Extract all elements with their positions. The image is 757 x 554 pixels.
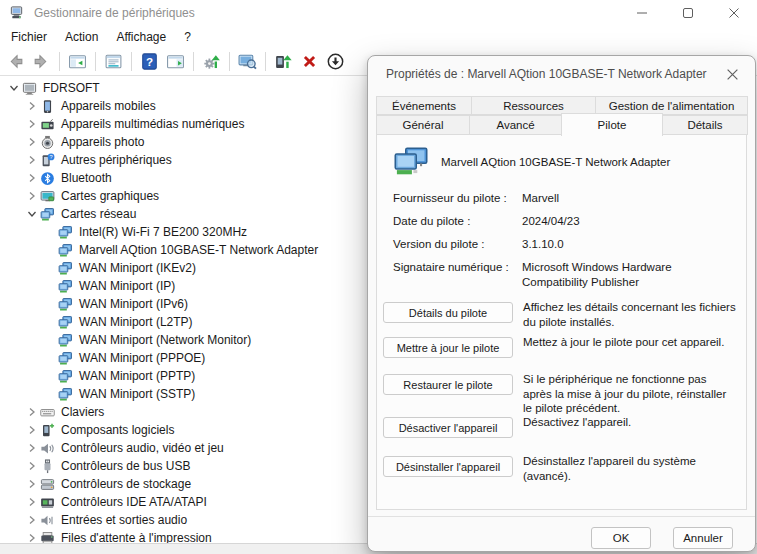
chevron-down-icon[interactable] — [5, 83, 22, 93]
tab-row-front: GénéralAvancéPiloteDétails — [376, 115, 747, 135]
action-row: Mettre à jour le piloteMettez à jour le … — [383, 335, 737, 350]
info-row: Signataire numérique :Microsoft Windows … — [393, 260, 736, 290]
tree-item-label: Bluetooth — [61, 171, 116, 185]
ide-controller-icon — [40, 495, 55, 510]
ok-button[interactable]: OK — [591, 527, 651, 549]
action-description: Mettez à jour le pilote pour cet apparei… — [523, 335, 737, 350]
menu-action[interactable]: Action — [56, 27, 107, 47]
maximize-button[interactable] — [665, 0, 711, 26]
dialog-close-icon[interactable] — [717, 60, 747, 88]
properties-icon[interactable] — [103, 51, 124, 72]
chevron-right-icon[interactable] — [23, 101, 40, 111]
show-console-tree-icon[interactable] — [67, 51, 88, 72]
menu-affichage[interactable]: Affichage — [107, 27, 175, 47]
network-adapter-icon — [58, 243, 73, 258]
network-adapter-icon — [58, 315, 73, 330]
network-adapter-icon — [58, 351, 73, 366]
tree-item-label: WAN Miniport (PPTP) — [79, 369, 199, 383]
driver-info: Fournisseur du pilote :MarvellDate du pi… — [393, 191, 736, 298]
display-adapter-icon — [40, 189, 55, 204]
tab-avance[interactable]: Avancé — [469, 115, 562, 135]
chevron-right-icon[interactable] — [23, 191, 40, 201]
chevron-right-icon[interactable] — [23, 479, 40, 489]
chevron-right-icon[interactable] — [23, 443, 40, 453]
action-row: Désactiver l'appareilDésactivez l'appare… — [383, 415, 737, 430]
tree-item-label: Appareils multimédias numériques — [61, 117, 248, 131]
disable-device-icon[interactable] — [325, 51, 346, 72]
menu-aide[interactable]: ? — [175, 27, 200, 47]
window-controls — [619, 0, 757, 26]
properties-dialog: Propriétés de : Marvell AQtion 10GBASE-T… — [367, 55, 756, 552]
cancel-button[interactable]: Annuler — [673, 527, 733, 549]
close-button[interactable] — [711, 0, 757, 26]
tree-item-label: FDRSOFT — [43, 81, 104, 95]
tree-item-label: Files d'attente à l'impression — [61, 531, 216, 543]
info-value: 2024/04/23 — [522, 214, 736, 229]
chevron-down-icon[interactable] — [23, 209, 40, 219]
tree-item-label: Appareils photo — [61, 135, 148, 149]
tab-general[interactable]: Général — [376, 115, 470, 135]
info-row: Version du pilote :3.1.10.0 — [393, 237, 736, 252]
chevron-right-icon[interactable] — [23, 497, 40, 507]
uninstall-device-button[interactable]: Désinstaller l'appareil — [383, 456, 513, 477]
chevron-right-icon[interactable] — [23, 137, 40, 147]
info-value: Microsoft Windows Hardware Compatibility… — [522, 260, 736, 290]
update-driver-button[interactable]: Mettre à jour le pilote — [383, 337, 513, 358]
tab-pilote[interactable]: Pilote — [561, 113, 663, 136]
chevron-right-icon[interactable] — [23, 461, 40, 471]
tree-item-label: Contrôleurs IDE ATA/ATAPI — [61, 495, 211, 509]
chevron-right-icon[interactable] — [23, 407, 40, 417]
toolbar-separator — [131, 52, 132, 71]
toolbar-separator — [59, 52, 60, 71]
tab-evenements[interactable]: Événements — [376, 96, 472, 115]
tree-item-label: WAN Miniport (PPPOE) — [79, 351, 209, 365]
mobile-device-icon — [40, 99, 55, 114]
forward-icon[interactable] — [31, 51, 52, 72]
device-name: Marvell AQtion 10GBASE-T Network Adapter — [441, 156, 670, 177]
tree-item-label: Marvell AQtion 10GBASE-T Network Adapter — [79, 243, 322, 257]
tree-item-label: WAN Miniport (Network Monitor) — [79, 333, 255, 347]
tab-details[interactable]: Détails — [662, 115, 748, 135]
minimize-button[interactable] — [619, 0, 665, 26]
uninstall-device-icon[interactable] — [299, 51, 320, 72]
printer-icon — [40, 531, 55, 544]
roll-back-driver-button[interactable]: Restaurer le pilote — [383, 374, 513, 395]
action-description: Désactivez l'appareil. — [523, 415, 737, 430]
dialog-footer: OK Annuler — [368, 516, 755, 552]
tree-item-label: WAN Miniport (L2TP) — [79, 315, 197, 329]
computer-icon — [22, 81, 37, 96]
action-pane-icon[interactable] — [165, 51, 186, 72]
titlebar: Gestionnaire de périphériques — [0, 0, 757, 26]
network-adapter-icon — [58, 297, 73, 312]
network-adapter-icon — [58, 333, 73, 348]
info-value: 3.1.10.0 — [522, 237, 736, 252]
chevron-right-icon[interactable] — [23, 533, 40, 543]
driver-tab-page: Marvell AQtion 10GBASE-T Network Adapter… — [376, 134, 747, 510]
network-adapter-icon — [58, 225, 73, 240]
scan-hardware-icon[interactable] — [201, 51, 222, 72]
chevron-right-icon[interactable] — [23, 119, 40, 129]
search-computer-icon[interactable] — [237, 51, 258, 72]
update-driver-icon[interactable] — [273, 51, 294, 72]
action-row: Désinstaller l'appareilDésinstallez l'ap… — [383, 454, 737, 483]
tree-item-label: WAN Miniport (IPv6) — [79, 297, 192, 311]
disable-device-button[interactable]: Désactiver l'appareil — [383, 417, 513, 438]
chevron-right-icon[interactable] — [23, 425, 40, 435]
menu-fichier[interactable]: Fichier — [2, 27, 56, 47]
dialog-titlebar: Propriétés de : Marvell AQtion 10GBASE-T… — [368, 56, 755, 92]
driver-details-button[interactable]: Détails du pilote — [383, 302, 513, 323]
chevron-right-icon[interactable] — [23, 155, 40, 165]
back-icon[interactable] — [5, 51, 26, 72]
tree-item-label: Contrôleurs audio, vidéo et jeu — [61, 441, 228, 455]
device-manager-icon — [9, 5, 25, 21]
chevron-right-icon[interactable] — [23, 515, 40, 525]
info-label: Signataire numérique : — [393, 260, 522, 290]
toolbar-separator — [229, 52, 230, 71]
tree-item-label: Composants logiciels — [61, 423, 178, 437]
network-adapter-icon — [58, 261, 73, 276]
tree-item-label: Contrôleurs de stockage — [61, 477, 195, 491]
chevron-right-icon[interactable] — [23, 173, 40, 183]
toolbar-separator — [95, 52, 96, 71]
device-manager-window: Gestionnaire de périphériques FichierAct… — [0, 0, 757, 554]
help-icon[interactable]: ? — [139, 51, 160, 72]
